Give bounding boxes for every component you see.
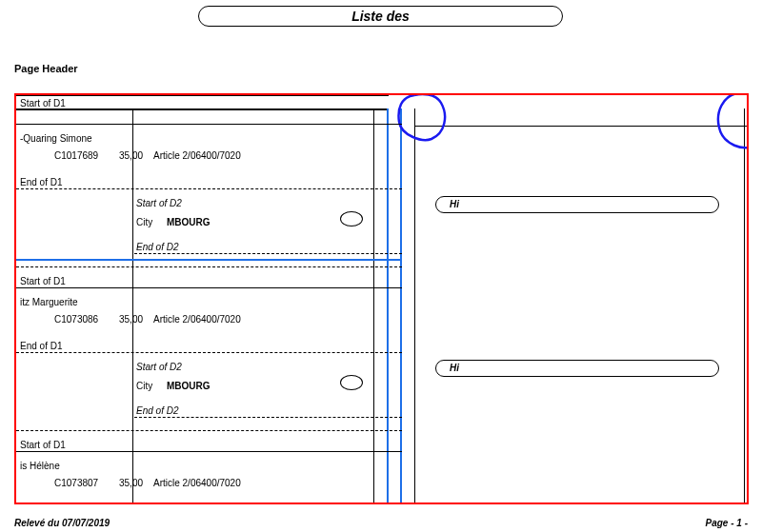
- page-header-label: Page Header: [14, 63, 78, 74]
- record-name: is Hélène: [20, 461, 60, 471]
- report-title: Liste des: [198, 6, 563, 27]
- end-d2-label: End of D2: [136, 242, 178, 252]
- vertical-rule: [744, 108, 745, 502]
- dash-rule: [16, 352, 402, 353]
- oval-marker: [340, 375, 363, 390]
- dash-rule: [16, 266, 402, 267]
- footer-page-number: Page - 1 -: [706, 518, 748, 528]
- rule: [414, 126, 748, 127]
- record-article: Article 2/06400/7020: [153, 478, 241, 488]
- record-article: Article 2/06400/7020: [153, 150, 241, 161]
- vertical-rule-blue: [387, 108, 389, 502]
- record-amount: 35,00: [119, 478, 143, 488]
- start-d1-label: Start of D1: [20, 276, 66, 286]
- record-code: C1073086: [54, 314, 98, 325]
- rule: [16, 124, 402, 125]
- city-label: City: [136, 381, 152, 391]
- vertical-rule: [414, 108, 415, 502]
- vertical-rule-blue: [400, 108, 402, 502]
- start-d2-label: Start of D2: [136, 198, 182, 208]
- vertical-rule: [373, 108, 374, 502]
- footer-date: Relevé du 07/07/2019: [14, 518, 110, 528]
- vertical-rule: [132, 108, 133, 502]
- annotation-circle: [712, 93, 749, 156]
- dash-rule: [134, 253, 402, 254]
- rule: [16, 451, 402, 452]
- annotation-circle: [393, 93, 454, 147]
- hi-box: Hi: [435, 360, 719, 377]
- blue-rule: [16, 259, 402, 261]
- dash-rule: [16, 430, 402, 431]
- end-d1-label: End of D1: [20, 177, 62, 187]
- oval-marker: [340, 211, 363, 227]
- start-d2-label: Start of D2: [136, 362, 182, 372]
- start-d1-label: Start of D1: [20, 440, 66, 450]
- report-page: Start of D1 -Quaring Simone C1017689 35,…: [14, 93, 749, 504]
- record-code: C1017689: [54, 150, 98, 161]
- end-d2-label: End of D2: [136, 405, 178, 416]
- city-value: MBOURG: [167, 381, 211, 391]
- record-name: itz Marguerite: [20, 297, 78, 307]
- city-label: City: [136, 217, 152, 227]
- city-value: MBOURG: [167, 217, 211, 227]
- rule: [16, 287, 402, 288]
- rule: [16, 95, 389, 96]
- end-d1-label: End of D1: [20, 341, 62, 351]
- rule: [16, 108, 389, 110]
- dash-rule: [134, 417, 402, 418]
- hi-box: Hi: [435, 196, 719, 213]
- record-article: Article 2/06400/7020: [153, 314, 241, 325]
- record-amount: 35,00: [119, 314, 143, 325]
- dash-rule: [16, 188, 402, 189]
- record-code: C1073807: [54, 478, 98, 488]
- record-name: -Quaring Simone: [20, 133, 92, 144]
- record-amount: 35,00: [119, 150, 143, 161]
- start-d1-label: Start of D1: [20, 98, 66, 108]
